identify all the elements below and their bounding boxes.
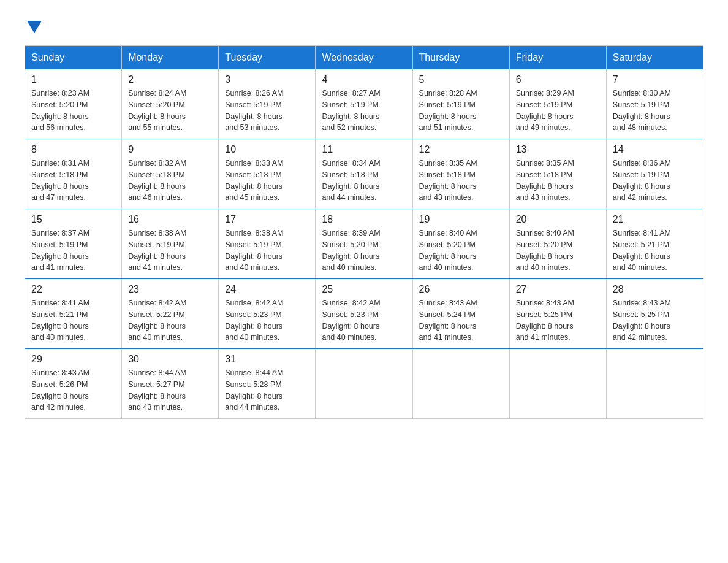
day-info: Sunrise: 8:34 AM Sunset: 5:18 PM Dayligh…	[322, 158, 406, 204]
calendar-cell: 13 Sunrise: 8:35 AM Sunset: 5:18 PM Dayl…	[509, 139, 606, 209]
calendar-cell: 22 Sunrise: 8:41 AM Sunset: 5:21 PM Dayl…	[25, 279, 122, 349]
day-number: 16	[128, 214, 212, 225]
column-header-saturday: Saturday	[606, 46, 703, 70]
day-info: Sunrise: 8:35 AM Sunset: 5:18 PM Dayligh…	[516, 158, 600, 204]
calendar-week-row: 1 Sunrise: 8:23 AM Sunset: 5:20 PM Dayli…	[25, 69, 703, 139]
day-number: 24	[225, 284, 309, 295]
calendar-cell: 9 Sunrise: 8:32 AM Sunset: 5:18 PM Dayli…	[122, 139, 219, 209]
day-info: Sunrise: 8:42 AM Sunset: 5:23 PM Dayligh…	[322, 297, 406, 343]
calendar-cell: 17 Sunrise: 8:38 AM Sunset: 5:19 PM Dayl…	[219, 209, 316, 279]
day-info: Sunrise: 8:36 AM Sunset: 5:19 PM Dayligh…	[613, 158, 697, 204]
day-number: 11	[322, 144, 406, 155]
day-info: Sunrise: 8:40 AM Sunset: 5:20 PM Dayligh…	[419, 228, 503, 274]
day-number: 14	[613, 144, 697, 155]
calendar-week-row: 15 Sunrise: 8:37 AM Sunset: 5:19 PM Dayl…	[25, 209, 703, 279]
day-number: 13	[516, 144, 600, 155]
calendar-cell	[509, 349, 606, 419]
day-info: Sunrise: 8:27 AM Sunset: 5:19 PM Dayligh…	[322, 88, 406, 134]
day-number: 28	[613, 284, 697, 295]
day-number: 1	[31, 74, 115, 85]
day-number: 7	[613, 74, 697, 85]
calendar-cell: 29 Sunrise: 8:43 AM Sunset: 5:26 PM Dayl…	[25, 349, 122, 419]
day-number: 8	[31, 144, 115, 155]
calendar-cell: 6 Sunrise: 8:29 AM Sunset: 5:19 PM Dayli…	[509, 69, 606, 139]
calendar-cell: 5 Sunrise: 8:28 AM Sunset: 5:19 PM Dayli…	[412, 69, 509, 139]
calendar-cell: 20 Sunrise: 8:40 AM Sunset: 5:20 PM Dayl…	[509, 209, 606, 279]
calendar-cell: 24 Sunrise: 8:42 AM Sunset: 5:23 PM Dayl…	[219, 279, 316, 349]
day-number: 6	[516, 74, 600, 85]
calendar-week-row: 29 Sunrise: 8:43 AM Sunset: 5:26 PM Dayl…	[25, 349, 703, 419]
day-number: 15	[31, 214, 115, 225]
day-info: Sunrise: 8:44 AM Sunset: 5:27 PM Dayligh…	[128, 367, 212, 413]
calendar-cell: 31 Sunrise: 8:44 AM Sunset: 5:28 PM Dayl…	[219, 349, 316, 419]
calendar-cell: 15 Sunrise: 8:37 AM Sunset: 5:19 PM Dayl…	[25, 209, 122, 279]
calendar-week-row: 8 Sunrise: 8:31 AM Sunset: 5:18 PM Dayli…	[25, 139, 703, 209]
calendar-header-row: SundayMondayTuesdayWednesdayThursdayFrid…	[25, 46, 703, 70]
calendar-cell: 8 Sunrise: 8:31 AM Sunset: 5:18 PM Dayli…	[25, 139, 122, 209]
day-info: Sunrise: 8:44 AM Sunset: 5:28 PM Dayligh…	[225, 367, 309, 413]
day-info: Sunrise: 8:31 AM Sunset: 5:18 PM Dayligh…	[31, 158, 115, 204]
calendar-cell: 19 Sunrise: 8:40 AM Sunset: 5:20 PM Dayl…	[412, 209, 509, 279]
day-number: 30	[128, 354, 212, 365]
calendar-cell	[316, 349, 412, 419]
day-info: Sunrise: 8:30 AM Sunset: 5:19 PM Dayligh…	[613, 88, 697, 134]
day-info: Sunrise: 8:42 AM Sunset: 5:23 PM Dayligh…	[225, 297, 309, 343]
day-info: Sunrise: 8:43 AM Sunset: 5:25 PM Dayligh…	[613, 297, 697, 343]
day-info: Sunrise: 8:24 AM Sunset: 5:20 PM Dayligh…	[128, 88, 212, 134]
calendar-cell: 30 Sunrise: 8:44 AM Sunset: 5:27 PM Dayl…	[122, 349, 219, 419]
calendar-cell: 11 Sunrise: 8:34 AM Sunset: 5:18 PM Dayl…	[316, 139, 412, 209]
day-info: Sunrise: 8:38 AM Sunset: 5:19 PM Dayligh…	[225, 228, 309, 274]
day-number: 10	[225, 144, 309, 155]
day-number: 20	[516, 214, 600, 225]
calendar-cell: 2 Sunrise: 8:24 AM Sunset: 5:20 PM Dayli…	[122, 69, 219, 139]
calendar-cell: 14 Sunrise: 8:36 AM Sunset: 5:19 PM Dayl…	[606, 139, 703, 209]
calendar-cell: 25 Sunrise: 8:42 AM Sunset: 5:23 PM Dayl…	[316, 279, 412, 349]
day-number: 2	[128, 74, 212, 85]
column-header-monday: Monday	[122, 46, 219, 70]
day-info: Sunrise: 8:29 AM Sunset: 5:19 PM Dayligh…	[516, 88, 600, 134]
day-number: 4	[322, 74, 406, 85]
day-number: 21	[613, 214, 697, 225]
day-number: 12	[419, 144, 503, 155]
calendar-cell: 4 Sunrise: 8:27 AM Sunset: 5:19 PM Dayli…	[316, 69, 412, 139]
day-number: 3	[225, 74, 309, 85]
day-number: 27	[516, 284, 600, 295]
column-header-sunday: Sunday	[25, 46, 122, 70]
day-number: 29	[31, 354, 115, 365]
column-header-tuesday: Tuesday	[219, 46, 316, 70]
calendar-cell: 1 Sunrise: 8:23 AM Sunset: 5:20 PM Dayli…	[25, 69, 122, 139]
logo-triangle-icon	[27, 21, 42, 33]
day-number: 19	[419, 214, 503, 225]
day-number: 18	[322, 214, 406, 225]
day-info: Sunrise: 8:42 AM Sunset: 5:22 PM Dayligh…	[128, 297, 212, 343]
calendar-cell: 10 Sunrise: 8:33 AM Sunset: 5:18 PM Dayl…	[219, 139, 316, 209]
day-info: Sunrise: 8:41 AM Sunset: 5:21 PM Dayligh…	[613, 228, 697, 274]
day-info: Sunrise: 8:32 AM Sunset: 5:18 PM Dayligh…	[128, 158, 212, 204]
day-info: Sunrise: 8:35 AM Sunset: 5:18 PM Dayligh…	[419, 158, 503, 204]
calendar-cell: 7 Sunrise: 8:30 AM Sunset: 5:19 PM Dayli…	[606, 69, 703, 139]
day-info: Sunrise: 8:26 AM Sunset: 5:19 PM Dayligh…	[225, 88, 309, 134]
calendar-cell: 28 Sunrise: 8:43 AM Sunset: 5:25 PM Dayl…	[606, 279, 703, 349]
day-number: 9	[128, 144, 212, 155]
day-number: 5	[419, 74, 503, 85]
day-info: Sunrise: 8:43 AM Sunset: 5:24 PM Dayligh…	[419, 297, 503, 343]
day-number: 25	[322, 284, 406, 295]
calendar-cell: 16 Sunrise: 8:38 AM Sunset: 5:19 PM Dayl…	[122, 209, 219, 279]
calendar-cell: 26 Sunrise: 8:43 AM Sunset: 5:24 PM Dayl…	[412, 279, 509, 349]
day-info: Sunrise: 8:28 AM Sunset: 5:19 PM Dayligh…	[419, 88, 503, 134]
calendar-cell: 3 Sunrise: 8:26 AM Sunset: 5:19 PM Dayli…	[219, 69, 316, 139]
calendar-cell	[412, 349, 509, 419]
day-number: 31	[225, 354, 309, 365]
calendar-cell: 27 Sunrise: 8:43 AM Sunset: 5:25 PM Dayl…	[509, 279, 606, 349]
calendar-week-row: 22 Sunrise: 8:41 AM Sunset: 5:21 PM Dayl…	[25, 279, 703, 349]
column-header-thursday: Thursday	[412, 46, 509, 70]
page-header	[25, 18, 703, 33]
day-info: Sunrise: 8:41 AM Sunset: 5:21 PM Dayligh…	[31, 297, 115, 343]
day-number: 26	[419, 284, 503, 295]
calendar-cell: 23 Sunrise: 8:42 AM Sunset: 5:22 PM Dayl…	[122, 279, 219, 349]
day-info: Sunrise: 8:43 AM Sunset: 5:25 PM Dayligh…	[516, 297, 600, 343]
day-number: 23	[128, 284, 212, 295]
day-number: 17	[225, 214, 309, 225]
day-info: Sunrise: 8:43 AM Sunset: 5:26 PM Dayligh…	[31, 367, 115, 413]
day-info: Sunrise: 8:39 AM Sunset: 5:20 PM Dayligh…	[322, 228, 406, 274]
